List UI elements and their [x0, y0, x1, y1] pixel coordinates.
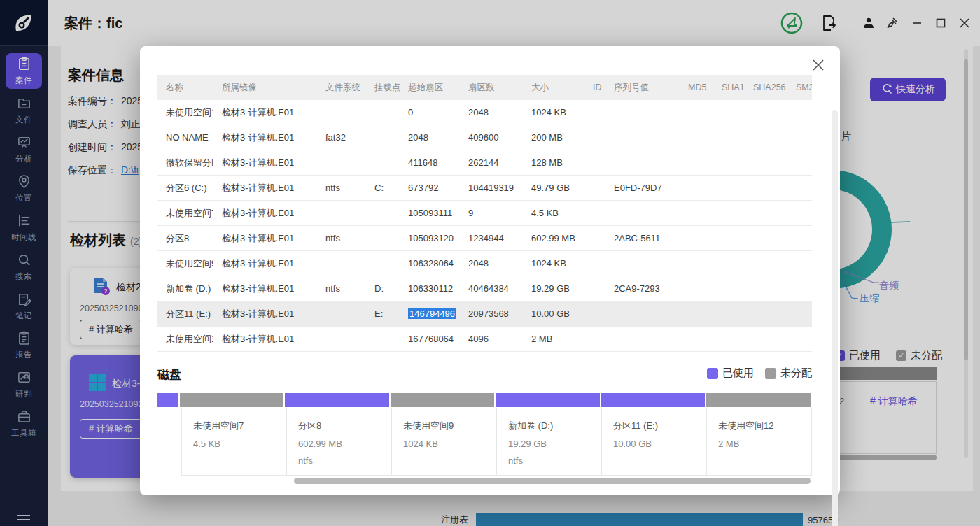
partition-size: 602.99 MB: [298, 439, 391, 449]
column-header-fs[interactable]: 文件系统: [317, 82, 366, 94]
column-header-serial[interactable]: 序列号值: [606, 82, 680, 94]
column-header-id[interactable]: ID: [584, 83, 606, 92]
table-row[interactable]: 微软保留分区检材3-计算机.E01411648262144128 MB: [158, 150, 812, 176]
partition-segment[interactable]: [180, 393, 284, 407]
column-header-sm3[interactable]: SM3: [788, 83, 812, 92]
disk-legend-used: 已使用: [707, 367, 754, 380]
cell-name: 未使用空间7: [158, 207, 214, 220]
column-header-size[interactable]: 大小: [523, 82, 584, 94]
cell-image: 检材3-计算机.E01: [214, 157, 317, 169]
table-row[interactable]: 未使用空间1检材3-计算机.E01020481024 KB: [158, 100, 812, 125]
cell-sectors: 262144: [460, 157, 523, 168]
partition-segment[interactable]: [158, 393, 178, 407]
cell-sectors: 4096: [460, 334, 523, 344]
partition-card[interactable]: 未使用空间91024 KB: [392, 408, 497, 476]
disk-horizontal-scrollbar[interactable]: [294, 478, 811, 484]
table-row[interactable]: 未使用空间7检材3-计算机.E0110509311194.5 KB: [158, 201, 812, 226]
partition-segment[interactable]: [391, 393, 495, 407]
cell-serial: E0FD-79D7: [606, 183, 680, 193]
partition-segment[interactable]: [601, 393, 706, 407]
partition-table-header: 名称所属镜像文件系统挂载点起始扇区扇区数大小ID序列号值MD5SHA1SHA25…: [158, 75, 812, 100]
partition-size: 1024 KB: [403, 439, 496, 449]
disk-legend-unallocated-label: 未分配: [780, 367, 812, 380]
partition-fs: ntfs: [508, 455, 601, 466]
cell-name: 分区8: [158, 232, 214, 245]
column-header-mount[interactable]: 挂载点: [366, 82, 400, 94]
partition-size: 10.00 GB: [613, 439, 706, 449]
partition-card[interactable]: 分区11 (E:)10.00 GB: [602, 408, 707, 476]
partition-card[interactable]: 分区8602.99 MBntfs: [287, 408, 392, 476]
disk-section-heading: 磁盘: [158, 367, 181, 383]
table-row[interactable]: 分区6 (C:)检材3-计算机.E01ntfsC:673792104419319…: [158, 176, 812, 201]
column-header-sectors[interactable]: 扇区数: [460, 82, 523, 94]
disk-legend-used-label: 已使用: [722, 367, 754, 380]
column-header-image[interactable]: 所属镜像: [214, 82, 317, 94]
column-header-sha1[interactable]: SHA1: [713, 83, 745, 92]
cell-size: 1024 KB: [523, 258, 584, 269]
cell-start: 105093111: [400, 208, 460, 218]
cell-image: 检材3-计算机.E01: [214, 308, 317, 320]
cell-sectors: 9: [460, 208, 523, 218]
cell-fs: ntfs: [317, 183, 366, 193]
cell-serial: 2CA9-7293: [606, 283, 680, 294]
partition-segment[interactable]: [496, 393, 600, 407]
used-swatch: [707, 368, 718, 379]
cell-image: 检材3-计算机.E01: [214, 333, 317, 346]
cell-name: 分区11 (E:): [158, 308, 214, 320]
cell-size: 4.5 KB: [523, 208, 584, 218]
close-icon[interactable]: [809, 56, 827, 74]
table-row[interactable]: 分区8检材3-计算机.E01ntfs1050931201234944602.99…: [158, 226, 812, 251]
cell-mount: E:: [366, 308, 400, 319]
cell-name: 微软保留分区: [158, 157, 214, 169]
cell-size: 2 MB: [523, 334, 584, 344]
cell-start: 105093120: [400, 233, 460, 243]
cell-start: 673792: [400, 183, 460, 193]
cell-size: 200 MB: [523, 132, 584, 143]
cell-size: 10.00 GB: [523, 308, 584, 319]
column-header-md5[interactable]: MD5: [680, 83, 713, 92]
cell-size: 19.29 GB: [523, 283, 584, 294]
disk-legend-unallocated: 未分配: [765, 367, 812, 380]
partition-table: 名称所属镜像文件系统挂载点起始扇区扇区数大小ID序列号值MD5SHA1SHA25…: [158, 75, 812, 352]
cell-sectors: 409600: [460, 132, 523, 143]
cell-sectors: 104419319: [460, 183, 523, 193]
partition-card[interactable]: 新加卷 (D:)19.29 GBntfs: [497, 408, 602, 476]
cell-sectors: 2048: [460, 107, 523, 118]
table-row[interactable]: NO NAME检材3-计算机.E01fat322048409600200 MB: [158, 125, 812, 150]
cell-start: 0: [400, 107, 460, 118]
selected-text: 146794496: [408, 308, 456, 319]
cell-start: 106328064: [400, 258, 460, 269]
disk-legend: 已使用 未分配: [707, 367, 812, 380]
partition-table-body: 未使用空间1检材3-计算机.E01020481024 KBNO NAME检材3-…: [158, 100, 812, 352]
cell-mount: D:: [366, 283, 400, 294]
table-row[interactable]: 新加卷 (D:)检材3-计算机.E01ntfsD:106330112404643…: [158, 276, 812, 301]
cell-fs: ntfs: [317, 233, 366, 243]
table-row[interactable]: 分区11 (E:)检材3-计算机.E01E:146794496209735681…: [158, 301, 812, 327]
modal-vertical-scrollbar[interactable]: [832, 110, 838, 526]
cell-name: 分区6 (C:): [158, 182, 214, 194]
cell-sectors: 40464384: [460, 283, 523, 294]
cell-image: 检材3-计算机.E01: [214, 182, 317, 194]
partition-card[interactable]: 未使用空间74.5 KB: [182, 408, 287, 476]
partition-name: 新加卷 (D:): [508, 420, 601, 432]
disk-partition-bar: [158, 393, 812, 407]
cell-start: 411648: [400, 157, 460, 168]
partition-segment[interactable]: [285, 393, 389, 407]
partition-size: 4.5 KB: [193, 439, 286, 449]
cell-name: 未使用空间12: [158, 333, 214, 346]
partition-name: 未使用空间9: [403, 420, 496, 432]
column-header-name[interactable]: 名称: [158, 82, 214, 94]
partition-name: 未使用空间7: [193, 420, 286, 432]
cell-start: 167768064: [400, 334, 460, 344]
partition-size: 2 MB: [718, 439, 811, 449]
column-header-start[interactable]: 起始扇区: [400, 82, 460, 94]
cell-image: 检材3-计算机.E01: [214, 283, 317, 295]
cell-sectors: 2048: [460, 258, 523, 269]
table-row[interactable]: 未使用空间9检材3-计算机.E0110632806420481024 KB: [158, 251, 812, 276]
partition-card[interactable]: 未使用空间122 MB: [707, 408, 812, 476]
table-row[interactable]: 未使用空间12检材3-计算机.E0116776806440962 MB: [158, 327, 812, 352]
cell-fs: fat32: [317, 132, 366, 143]
partition-size: 19.29 GB: [508, 439, 601, 449]
partition-segment[interactable]: [706, 393, 811, 407]
column-header-sha256[interactable]: SHA256: [745, 83, 788, 92]
